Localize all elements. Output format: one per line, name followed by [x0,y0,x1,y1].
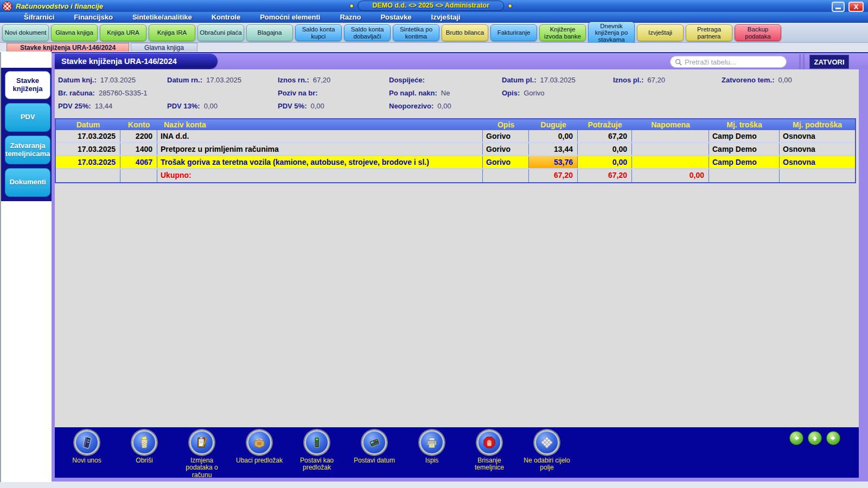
trash-icon [137,435,151,450]
action-brisanje-temeljnice[interactable]: Brisanje temeljnice [461,430,518,478]
main-panel: Stavke knjiženja URA-146/2024 ZATVORI Da… [52,52,868,481]
column-header-datum[interactable]: Datum [56,119,120,130]
total-napomena: 0,00 [632,169,709,182]
action-novi-unos[interactable]: Novi unos [58,430,116,478]
splitter-decoration [799,54,805,69]
toolbar-button-glavna-knjiga[interactable]: Glavna knjiga [51,24,98,41]
left-sidebar: Stavke knjiženja PDV Zatvaranja temeljni… [0,52,52,488]
table-row[interactable]: 17.03.2025 1400 Pretporez u primljenim r… [56,143,855,156]
clipboard-pencil-icon [195,435,209,450]
column-header-mj-troska[interactable]: Mj. troška [709,119,780,130]
panel-title: Stavke knjiženja URA-146/2024 [55,54,218,69]
action-ubaci-predlozak[interactable]: Ubaci predložak [231,430,288,478]
field-poziv-na-br: Poziv na br: [278,89,322,97]
field-datum-knj: Datum knj.:17.03.2025 [58,76,136,84]
action-izmjena-podataka[interactable]: Izmjena podataka o računu [173,430,231,478]
close-button[interactable]: X [848,2,864,12]
column-header-opis[interactable]: Opis [483,119,529,130]
total-potrazuje: 67,20 [578,169,632,182]
arrow-left-icon [793,434,800,442]
sidebar-tab-pdv[interactable]: PDV [5,103,50,132]
menu-item-sintetike-analitike[interactable]: Sintetike/analitike [132,13,192,21]
column-header-napomena[interactable]: Napomena [632,119,709,130]
search-input[interactable] [685,58,782,66]
panel-header: Stavke knjiženja URA-146/2024 ZATVORI [52,52,868,69]
menu-item-kontrole[interactable]: Kontrole [212,13,240,21]
sidebar-tab-dokumenti[interactable]: Dokumenti [5,168,50,197]
action-bar: Novi unos Obriši [55,427,859,478]
calculator-icon [367,435,381,450]
field-dospijece: Dospijeće: [389,76,429,84]
toolbar-button-dnevnik-knjizenja[interactable]: Dnevnik knjiženja po stavkama [588,22,635,44]
device-icon [310,435,324,450]
main-toolbar: Novi dokument Glavna knjiga Knjiga URA K… [0,23,868,43]
table-search[interactable] [670,56,787,68]
record-nav-arrows [789,431,840,445]
action-postavi-datum[interactable]: Postavi datum [346,430,403,478]
panel-content: Datum knj.:17.03.2025 Datum rn.:17.03.20… [55,69,859,478]
arrow-up-icon [811,434,819,442]
field-iznos-rn: Iznos rn.:67,20 [278,76,330,84]
toolbar-button-saldo-konta-dobavljaci[interactable]: Saldo konta dobavljači [344,24,391,41]
action-obrisi[interactable]: Obriši [116,430,173,478]
toolbar-button-knjiga-ira[interactable]: Knjiga IRA [149,24,195,41]
menu-item-razno[interactable]: Razno [340,13,361,21]
nav-left-button[interactable] [789,431,803,445]
table-row-selected[interactable]: 17.03.2025 4067 Trošak goriva za teretna… [56,156,855,169]
field-pdv-13: PDV 13%:0,00 [167,102,218,110]
document-tab-strip: Stavke knjiženja URA-146/2024 Glavna knj… [0,43,868,52]
action-ispis[interactable]: Ispis [403,430,461,478]
tab-glavna-knjiga[interactable]: Glavna knjiga [131,43,197,52]
column-header-potrazuje[interactable]: Potražuje [578,119,632,130]
total-label: Ukupno: [157,169,483,182]
field-opis: Opis:Gorivo [502,89,545,97]
toolbar-button-knjiga-ura[interactable]: Knjiga URA [100,24,146,41]
toolbar-button-fakturiranje[interactable]: Fakturiranje [490,24,537,41]
nav-up-button[interactable] [808,431,822,445]
field-pdv-25: PDV 25%:13,44 [58,102,112,110]
app-logo-icon [2,1,12,11]
toolbar-button-saldo-konta-kupci[interactable]: Saldo konta kupci [295,24,342,41]
sidebar-tab-stavke-knjizenja[interactable]: Stavke knjiženja [5,71,50,99]
active-cell[interactable]: 53,76 [529,156,578,168]
stop-hand-icon [482,435,496,450]
minimize-button[interactable] [832,2,845,12]
toolbar-button-novi-dokument[interactable]: Novi dokument [2,24,49,41]
decoration-dot [508,4,512,8]
field-pdv-5: PDV 5%:0,00 [278,102,324,110]
menu-item-pomocni-elementi[interactable]: Pomoćni elementi [260,13,320,21]
table-total-row: Ukupno: 67,20 67,20 0,00 [56,169,855,182]
field-zatvoreno-tem: Zatvoreno tem.:0,00 [722,76,792,84]
column-header-duguje[interactable]: Duguje [529,119,578,130]
toolbar-button-knjizenje-izvoda-banke[interactable]: Knjiženje izvoda banke [539,24,586,41]
sidebar-tab-zatvaranja-temeljnicama[interactable]: Zatvaranja temeljnicama [5,136,50,164]
action-postavi-kao-predlozak[interactable]: Postavi kao predložak [288,430,346,478]
toolbar-button-brutto-bilanca[interactable]: Brutto bilanca [442,24,488,41]
zatvori-button[interactable]: ZATVORI [809,55,849,69]
menu-item-postavke[interactable]: Postavke [380,13,411,21]
column-header-naziv-konta[interactable]: Naziv konta [157,119,483,130]
column-header-konto[interactable]: Konto [120,119,157,130]
action-ne-odabiri-cijelo-polje[interactable]: Ne odabiri cijelo polje [518,430,576,478]
toolbar-button-backup-podataka[interactable]: Backup podataka [735,24,781,41]
toolbar-button-obracuni-placa[interactable]: Obračuni plaća [197,24,244,41]
bookings-table: Datum Konto Naziv konta Opis Duguje Potr… [55,118,856,183]
menu-item-financijsko[interactable]: Financijsko [74,13,113,21]
menu-item-sifrarnici[interactable]: Šifrarnici [24,13,54,21]
toolbar-button-sintetika-po-kontima[interactable]: Sintetika po kontima [393,24,439,41]
table-row[interactable]: 17.03.2025 2200 INA d.d. Gorivo 0,00 67,… [56,130,855,143]
window-bottom-edge [0,482,868,488]
menu-item-izvjestaji[interactable]: Izvještaji [431,13,461,21]
title-bar: Računovodstvo i financije DEMO d.d. <> 2… [0,0,868,12]
tab-stavke-knjizenja-ura[interactable]: Stavke knjiženja URA-146/2024 [7,43,129,52]
decoration-dot [349,4,354,8]
toolbar-button-izvjestaji[interactable]: Izvještaji [637,24,684,41]
toolbar-button-blagajna[interactable]: Blagajna [246,24,293,41]
table-header-row: Datum Konto Naziv konta Opis Duguje Potr… [56,119,855,130]
app-window: { "window": { "app_title": "Računovodstv… [0,0,868,488]
menu-bar: Šifrarnici Financijsko Sintetike/analiti… [0,12,868,23]
session-badge-wrap: DEMO d.d. <> 2025 <> Administrator [349,1,512,11]
nav-right-button[interactable] [826,431,840,445]
toolbar-button-pretraga-partnera[interactable]: Pretraga partnera [686,24,732,41]
column-header-mj-podtroska[interactable]: Mj. podtroška [780,119,855,130]
